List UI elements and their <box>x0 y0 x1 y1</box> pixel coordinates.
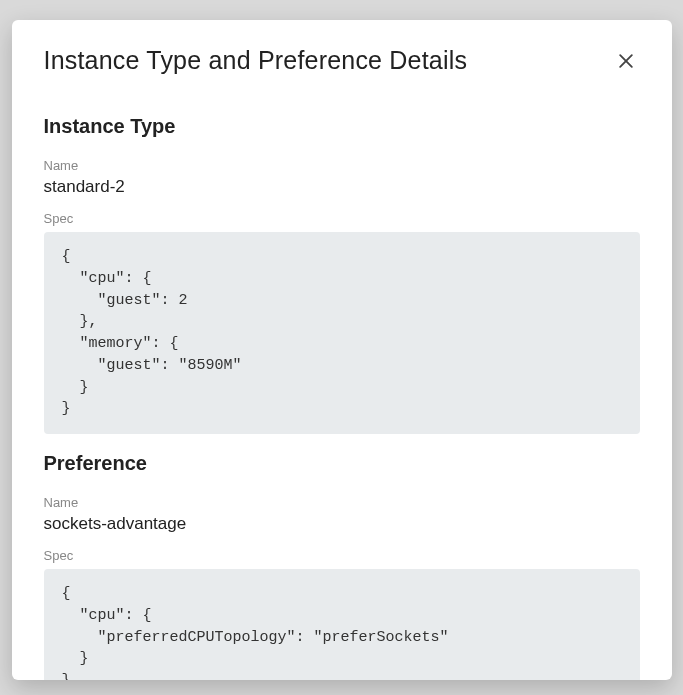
close-icon <box>616 51 636 71</box>
preference-name-label: Name <box>44 495 640 510</box>
modal-dialog: Instance Type and Preference Details Ins… <box>12 20 672 680</box>
preference-spec-value: { "cpu": { "preferredCPUTopology": "pref… <box>44 569 640 680</box>
instance-type-name-value: standard-2 <box>44 177 640 197</box>
preference-spec-label: Spec <box>44 548 640 563</box>
modal-overlay: Instance Type and Preference Details Ins… <box>0 0 683 695</box>
instance-type-heading: Instance Type <box>44 115 640 138</box>
modal-body: Instance Type Name standard-2 Spec { "cp… <box>12 95 672 680</box>
instance-type-spec-label: Spec <box>44 211 640 226</box>
modal-title: Instance Type and Preference Details <box>44 46 468 75</box>
preference-name-value: sockets-advantage <box>44 514 640 534</box>
instance-type-spec-value: { "cpu": { "guest": 2 }, "memory": { "gu… <box>44 232 640 434</box>
close-button[interactable] <box>612 47 640 75</box>
preference-heading: Preference <box>44 452 640 475</box>
instance-type-name-label: Name <box>44 158 640 173</box>
modal-header: Instance Type and Preference Details <box>12 20 672 95</box>
